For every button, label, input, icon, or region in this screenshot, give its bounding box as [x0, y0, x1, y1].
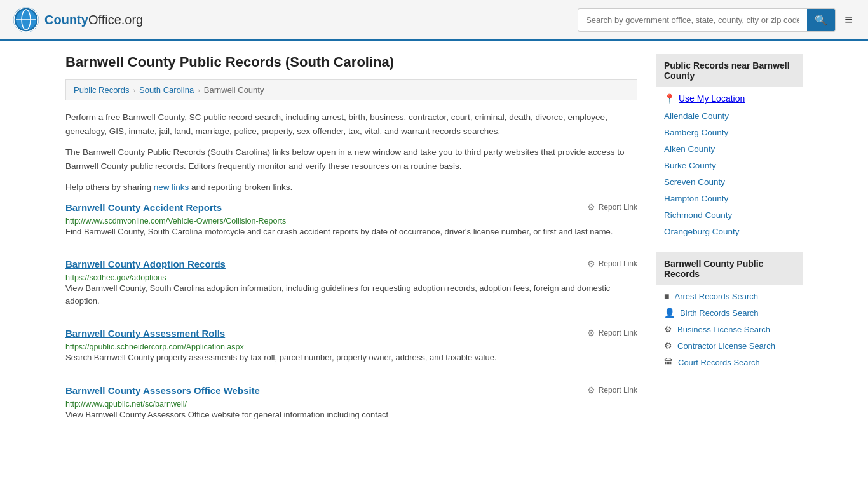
report-icon: ⚙: [587, 385, 595, 395]
resource-title-1[interactable]: Barnwell County Adoption Records: [65, 259, 226, 269]
logo-icon: [13, 6, 39, 33]
resource-url-1[interactable]: https://scdhec.gov/adoptions: [65, 273, 166, 282]
records-link-2[interactable]: Business License Search: [677, 325, 770, 334]
description-2: The Barnwell County Public Records (Sout…: [65, 146, 637, 173]
resource-url-2[interactable]: https://qpublic.schneidercorp.com/Applic…: [65, 342, 244, 351]
nearby-county-link-7[interactable]: Orangeburg County: [664, 227, 740, 236]
search-area: 🔍 ≡: [578, 8, 855, 32]
sidebar: Public Records near Barnwell County 📍 Us…: [656, 54, 803, 442]
records-item: ⚙Contractor License Search: [656, 337, 803, 354]
search-box: 🔍: [578, 8, 836, 32]
description-1: Perform a free Barnwell County, SC publi…: [65, 111, 637, 138]
nearby-county-item: Burke County: [656, 157, 803, 173]
header: CountyOffice.org 🔍 ≡: [0, 0, 868, 41]
nearby-county-item: Orangeburg County: [656, 223, 803, 240]
nearby-county-item: Screven County: [656, 173, 803, 190]
report-icon: ⚙: [587, 328, 595, 338]
resource-title-2[interactable]: Barnwell County Assessment Rolls: [65, 328, 225, 339]
breadcrumb-barnwell-county: Barnwell County: [204, 85, 264, 95]
breadcrumb-south-carolina[interactable]: South Carolina: [139, 85, 194, 95]
use-my-location-link[interactable]: Use My Location: [679, 93, 745, 104]
records-item: ■Arrest Records Search: [656, 288, 803, 304]
nearby-county-link-0[interactable]: Allendale County: [664, 111, 729, 121]
nearby-county-item: Aiken County: [656, 140, 803, 157]
resource-entry: Barnwell County Accident Reports ⚙ Repor…: [65, 202, 637, 243]
nearby-section: Public Records near Barnwell County 📍 Us…: [656, 54, 803, 240]
resource-desc-3: View Barnwell County Assessors Office we…: [65, 409, 637, 421]
nearby-county-item: Bamberg County: [656, 124, 803, 140]
new-links-link[interactable]: new links: [154, 182, 189, 192]
records-link-3[interactable]: Contractor License Search: [677, 341, 775, 351]
logo-area: CountyOffice.org: [13, 6, 143, 33]
nearby-county-link-2[interactable]: Aiken County: [664, 144, 715, 154]
records-item: 👤Birth Records Search: [656, 304, 803, 321]
records-link-0[interactable]: Arrest Records Search: [674, 292, 758, 301]
use-my-location[interactable]: 📍 Use My Location: [656, 90, 803, 107]
resource-entry: Barnwell County Adoption Records ⚙ Repor…: [65, 259, 637, 313]
nearby-counties-list: Allendale CountyBamberg CountyAiken Coun…: [656, 107, 803, 240]
logo-text: CountyOffice.org: [44, 13, 143, 27]
report-icon: ⚙: [587, 202, 595, 212]
nearby-county-link-5[interactable]: Hampton County: [664, 194, 728, 203]
records-list: ■Arrest Records Search👤Birth Records Sea…: [656, 288, 803, 370]
report-icon: ⚙: [587, 259, 595, 269]
description-3: Help others by sharing new links and rep…: [65, 180, 637, 194]
search-input[interactable]: [578, 10, 807, 30]
resource-title-3[interactable]: Barnwell County Assessors Office Website: [65, 385, 260, 396]
resource-title-0[interactable]: Barnwell County Accident Reports: [65, 202, 222, 213]
record-icon-4: 🏛: [664, 357, 673, 367]
nearby-county-link-1[interactable]: Bamberg County: [664, 128, 728, 137]
nearby-county-link-6[interactable]: Richmond County: [664, 210, 732, 220]
record-icon-2: ⚙: [664, 324, 672, 334]
report-link-btn-2[interactable]: ⚙ Report Link: [587, 328, 637, 338]
resource-desc-2: Search Barnwell County property assessme…: [65, 351, 637, 364]
report-link-btn-0[interactable]: ⚙ Report Link: [587, 202, 637, 212]
report-link-btn-1[interactable]: ⚙ Report Link: [587, 259, 637, 269]
page-title: Barnwell County Public Records (South Ca…: [65, 54, 637, 71]
records-link-4[interactable]: Court Records Search: [678, 358, 760, 367]
record-icon-3: ⚙: [664, 341, 672, 351]
resource-entry: Barnwell County Assessors Office Website…: [65, 385, 637, 426]
records-heading: Barnwell County Public Records: [656, 252, 803, 285]
record-icon-0: ■: [664, 291, 669, 301]
main-container: Barnwell County Public Records (South Ca…: [53, 41, 815, 454]
menu-button[interactable]: ≡: [842, 9, 855, 30]
breadcrumb-public-records[interactable]: Public Records: [74, 85, 129, 95]
report-link-btn-3[interactable]: ⚙ Report Link: [587, 385, 637, 395]
resources-container: Barnwell County Accident Reports ⚙ Repor…: [65, 202, 637, 426]
nearby-county-link-3[interactable]: Burke County: [664, 161, 716, 170]
nearby-county-item: Allendale County: [656, 107, 803, 124]
records-item: 🏛Court Records Search: [656, 354, 803, 370]
records-item: ⚙Business License Search: [656, 321, 803, 337]
nearby-heading: Public Records near Barnwell County: [656, 54, 803, 87]
nearby-county-link-4[interactable]: Screven County: [664, 177, 725, 187]
resource-entry: Barnwell County Assessment Rolls ⚙ Repor…: [65, 328, 637, 369]
resource-url-3[interactable]: http://www.qpublic.net/sc/barnwell/: [65, 400, 187, 409]
nearby-county-item: Richmond County: [656, 207, 803, 223]
record-icon-1: 👤: [664, 308, 675, 318]
nearby-county-item: Hampton County: [656, 190, 803, 207]
content-area: Barnwell County Public Records (South Ca…: [65, 54, 637, 442]
resource-url-0[interactable]: http://www.scdmvonline.com/Vehicle-Owner…: [65, 217, 286, 226]
search-button[interactable]: 🔍: [807, 9, 835, 31]
resource-desc-1: View Barnwell County, South Carolina ado…: [65, 282, 637, 308]
records-link-1[interactable]: Birth Records Search: [680, 308, 759, 318]
resource-desc-0: Find Barnwell County, South Carolina mot…: [65, 226, 637, 238]
location-icon: 📍: [664, 93, 675, 104]
breadcrumb: Public Records › South Carolina › Barnwe…: [65, 79, 637, 100]
records-section: Barnwell County Public Records ■Arrest R…: [656, 252, 803, 370]
